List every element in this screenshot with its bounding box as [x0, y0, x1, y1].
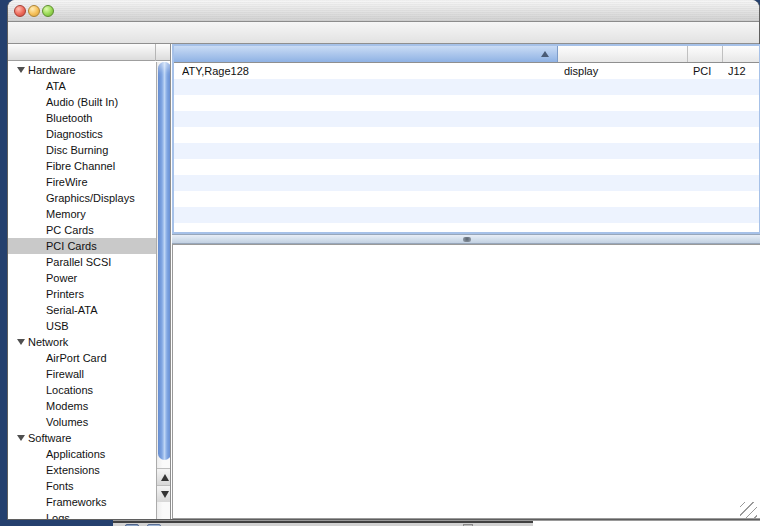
sidebar-item-label: Audio (Built In) [46, 94, 118, 110]
sidebar-item[interactable]: Frameworks [8, 494, 156, 510]
sidebar-item[interactable]: Parallel SCSI [8, 254, 156, 270]
sidebar-item[interactable]: Power [8, 270, 156, 286]
window-titlebar[interactable] [8, 0, 759, 22]
horizontal-splitter[interactable] [172, 234, 760, 244]
sidebar-item-label: ATA [46, 78, 66, 94]
contents-sidebar: Hardware ATA Audio (Built In) Bluetooth … [8, 44, 171, 519]
sidebar-item[interactable]: Fonts [8, 478, 156, 494]
table-header-row [174, 46, 759, 63]
sidebar-item-label: Locations [46, 382, 93, 398]
cell-type: display [564, 63, 686, 79]
sidebar-item[interactable]: Extensions [8, 462, 156, 478]
sidebar-item[interactable]: PC Cards [8, 222, 156, 238]
sidebar-item-label: Graphics/Displays [46, 190, 135, 206]
sidebar-item[interactable]: AirPort Card [8, 350, 156, 366]
table-body: ATY,Rage128 display PCI J12 [174, 63, 759, 232]
sidebar-item[interactable]: Hardware [8, 62, 156, 78]
cell-bus: PCI [693, 63, 723, 79]
sidebar-item-label: AirPort Card [46, 350, 107, 366]
sidebar-item-label: Modems [46, 398, 88, 414]
sidebar-item[interactable]: Disc Burning [8, 142, 156, 158]
sidebar-item-label: USB [46, 318, 69, 334]
sidebar-item-label: Extensions [46, 462, 100, 478]
sidebar-scrollbar-thumb[interactable] [158, 62, 171, 460]
sidebar-item-label: Parallel SCSI [46, 254, 111, 270]
table-row[interactable]: ATY,Rage128 display PCI J12 [174, 63, 759, 79]
disclosure-triangle-icon[interactable] [17, 339, 25, 345]
window-resize-grip[interactable] [740, 502, 757, 518]
column-header-slot[interactable] [723, 46, 759, 62]
pci-cards-table: ATY,Rage128 display PCI J12 [172, 44, 760, 234]
sidebar-item-label: Firewall [46, 366, 84, 382]
sidebar-item-label: FireWire [46, 174, 88, 190]
splitter-grabber-icon[interactable] [463, 237, 471, 242]
disclosure-triangle-icon[interactable] [17, 67, 25, 73]
contents-tree: Hardware ATA Audio (Built In) Bluetooth … [8, 62, 156, 519]
background-window-bar[interactable] [113, 521, 533, 526]
sidebar-item[interactable]: Firewall [8, 366, 156, 382]
sidebar-item-label: Frameworks [46, 494, 107, 510]
report-infobar [8, 22, 759, 44]
sidebar-item[interactable]: Volumes [8, 414, 156, 430]
details-pane [172, 244, 760, 519]
sidebar-item-label: Power [46, 270, 77, 286]
sidebar-item[interactable]: PCI Cards [8, 238, 156, 254]
sidebar-item-label: Volumes [46, 414, 88, 430]
sidebar-item-label: Fonts [46, 478, 74, 494]
sidebar-item-label: Logs [46, 510, 70, 519]
sort-ascending-icon [541, 51, 549, 57]
contents-header-separator [155, 44, 156, 61]
sidebar-item-label: PCI Cards [46, 238, 97, 254]
sidebar-item[interactable]: Bluetooth [8, 110, 156, 126]
desktop-background-left [0, 0, 7, 526]
scroll-up-button[interactable] [157, 468, 171, 485]
sidebar-item-label: Diagnostics [46, 126, 103, 142]
cell-card: ATY,Rage128 [182, 63, 554, 79]
sidebar-item-label: Printers [46, 286, 84, 302]
sidebar-item[interactable]: FireWire [8, 174, 156, 190]
arrow-down-icon [161, 491, 169, 498]
sidebar-item[interactable]: Modems [8, 398, 156, 414]
window-title [8, 0, 759, 22]
sidebar-item-label: Hardware [28, 62, 76, 78]
scroll-down-button[interactable] [157, 485, 171, 502]
column-header-card[interactable] [174, 46, 558, 62]
sidebar-item-label: Bluetooth [46, 110, 92, 126]
column-header-type[interactable] [558, 46, 688, 62]
sidebar-item[interactable]: Network [8, 334, 156, 350]
sidebar-item[interactable]: Applications [8, 446, 156, 462]
arrow-up-icon [161, 474, 169, 481]
sidebar-item[interactable]: Serial-ATA [8, 302, 156, 318]
background-finder-window[interactable] [113, 520, 760, 526]
sidebar-item[interactable]: Locations [8, 382, 156, 398]
sidebar-item-label: Disc Burning [46, 142, 108, 158]
sidebar-scrollbar[interactable] [156, 62, 171, 519]
sidebar-item[interactable]: Memory [8, 206, 156, 222]
sidebar-item-label: Serial-ATA [46, 302, 98, 318]
sidebar-item[interactable]: Diagnostics [8, 126, 156, 142]
sidebar-item[interactable]: Printers [8, 286, 156, 302]
sidebar-item[interactable]: Audio (Built In) [8, 94, 156, 110]
sidebar-item[interactable]: USB [8, 318, 156, 334]
sidebar-item[interactable]: Graphics/Displays [8, 190, 156, 206]
sidebar-item[interactable]: Fibre Channel [8, 158, 156, 174]
disclosure-triangle-icon[interactable] [17, 435, 25, 441]
contents-header[interactable] [8, 44, 171, 61]
sidebar-item-label: Memory [46, 206, 86, 222]
column-header-bus[interactable] [688, 46, 723, 62]
sidebar-item-label: Network [28, 334, 68, 350]
sidebar-item-label: Fibre Channel [46, 158, 115, 174]
system-profiler-window: Hardware ATA Audio (Built In) Bluetooth … [7, 0, 760, 520]
sidebar-item-label: PC Cards [46, 222, 94, 238]
cell-slot: J12 [728, 63, 758, 79]
background-window-strip [0, 520, 760, 526]
sidebar-item[interactable]: Logs [8, 510, 156, 519]
sidebar-item-label: Applications [46, 446, 105, 462]
sidebar-item[interactable]: Software [8, 430, 156, 446]
sidebar-item-label: Software [28, 430, 71, 446]
sidebar-item[interactable]: ATA [8, 78, 156, 94]
